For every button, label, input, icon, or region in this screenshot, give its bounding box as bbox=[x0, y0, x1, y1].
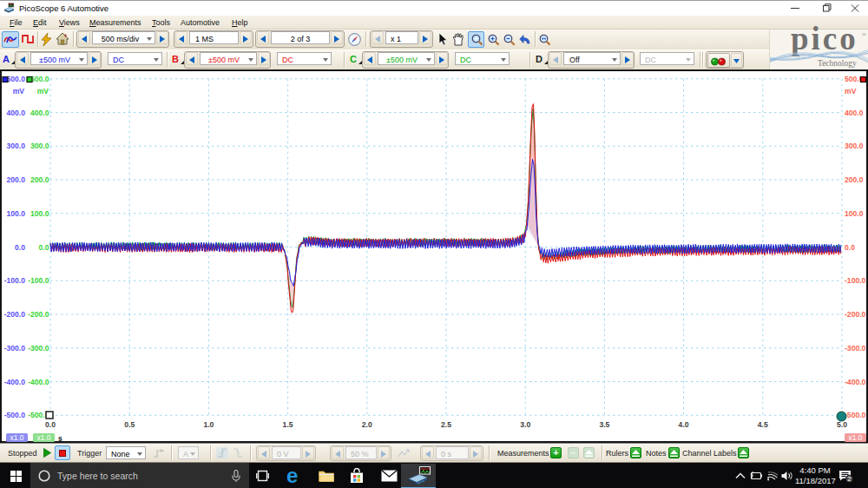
svg-text:x1.0: x1.0 bbox=[848, 433, 862, 442]
svg-text:500.0: 500.0 bbox=[30, 75, 49, 83]
svg-text:-300.0: -300.0 bbox=[4, 344, 26, 353]
svg-text:mV: mV bbox=[37, 87, 49, 96]
svg-text:-400.0: -400.0 bbox=[4, 378, 26, 386]
svg-text:1.5: 1.5 bbox=[283, 420, 293, 429]
svg-text:2.0: 2.0 bbox=[362, 420, 372, 429]
svg-text:100.0: 100.0 bbox=[6, 209, 25, 218]
svg-text:-300.0: -300.0 bbox=[28, 344, 49, 353]
svg-text:300.0: 300.0 bbox=[845, 142, 864, 150]
svg-text:400.0: 400.0 bbox=[6, 109, 25, 117]
svg-text:-400.0: -400.0 bbox=[28, 378, 49, 386]
svg-text:-100.0: -100.0 bbox=[845, 276, 866, 285]
svg-text:1.0: 1.0 bbox=[203, 420, 214, 429]
svg-text:mV: mV bbox=[13, 87, 25, 96]
svg-text:-100.0: -100.0 bbox=[4, 276, 26, 285]
svg-text:2: 2 bbox=[847, 475, 852, 483]
svg-text:3.0: 3.0 bbox=[520, 420, 530, 429]
svg-text:x1.0: x1.0 bbox=[36, 433, 50, 442]
svg-text:0.0: 0.0 bbox=[845, 243, 855, 252]
svg-text:2.5: 2.5 bbox=[441, 420, 451, 429]
svg-text:-200.0: -200.0 bbox=[845, 310, 866, 319]
svg-text:mV: mV bbox=[845, 87, 857, 96]
svg-text:400.0: 400.0 bbox=[30, 109, 49, 117]
svg-text:100.0: 100.0 bbox=[845, 209, 864, 218]
svg-text:200.0: 200.0 bbox=[30, 175, 49, 184]
svg-text:500.0: 500.0 bbox=[6, 75, 25, 83]
svg-text:200.0: 200.0 bbox=[6, 175, 25, 184]
svg-text:-400.0: -400.0 bbox=[845, 378, 866, 386]
svg-text:0.5: 0.5 bbox=[124, 420, 135, 429]
svg-text:5.0: 5.0 bbox=[837, 420, 847, 429]
svg-text:300.0: 300.0 bbox=[30, 142, 49, 150]
svg-text:400.0: 400.0 bbox=[845, 109, 864, 117]
svg-text:-500.0: -500.0 bbox=[4, 411, 26, 419]
svg-text:4.0: 4.0 bbox=[679, 420, 689, 429]
svg-text:-200.0: -200.0 bbox=[4, 310, 26, 319]
svg-text:100.0: 100.0 bbox=[30, 209, 49, 218]
svg-text:200.0: 200.0 bbox=[845, 175, 864, 184]
svg-text:-100.0: -100.0 bbox=[28, 276, 49, 285]
svg-text:-500.0: -500.0 bbox=[845, 411, 866, 419]
svg-text:-300.0: -300.0 bbox=[845, 344, 866, 353]
svg-text:0.0: 0.0 bbox=[39, 243, 49, 252]
svg-text:4.5: 4.5 bbox=[758, 420, 768, 429]
svg-text:s: s bbox=[58, 434, 62, 443]
svg-text:300.0: 300.0 bbox=[6, 142, 25, 150]
svg-text:0.0: 0.0 bbox=[15, 243, 25, 252]
svg-text:3.5: 3.5 bbox=[599, 420, 609, 429]
svg-text:0.0: 0.0 bbox=[45, 420, 56, 429]
svg-text:x1.0: x1.0 bbox=[10, 433, 23, 442]
svg-text:-200.0: -200.0 bbox=[28, 310, 49, 319]
